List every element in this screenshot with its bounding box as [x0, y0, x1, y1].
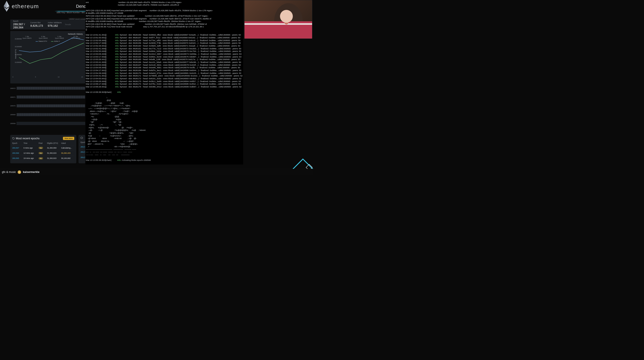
epoch-strip-grid: 269572269571269570269569269568	[10, 85, 85, 129]
epoch-link[interactable]: 269,566	[12, 152, 24, 154]
mini-tick: 0	[12, 76, 13, 78]
view-more-button[interactable]: View more	[63, 137, 74, 140]
webcam-person	[274, 3, 303, 33]
stat-label: Current Slot	[30, 22, 46, 24]
stat-epoch: Epoch 269,567 / 269,564	[13, 20, 30, 29]
epoch-link[interactable]: 269,565	[12, 157, 24, 159]
brand-logo: ethereum	[0, 0, 42, 12]
credit-gfx: gfx & music	[2, 170, 16, 174]
webcam-feed	[244, 0, 312, 39]
recent-heading-2	[80, 137, 83, 139]
brand-word: ethereum	[12, 3, 39, 10]
stat-slot: Current Slot 8,626,173	[30, 22, 48, 27]
table-row[interactable]: 269,566 12 mins ago No 31,300,815 30,260…	[12, 150, 74, 156]
stat-value: 978,162	[48, 24, 63, 27]
table-row[interactable]: 269,56	[80, 155, 83, 160]
stat-value: 269,567 / 269,564	[13, 22, 28, 29]
coin-icon	[18, 170, 21, 174]
final-badge: No	[38, 157, 43, 159]
mini-tick: 10	[58, 76, 60, 78]
epoch-row[interactable]: 269569	[10, 111, 85, 118]
col: Voted	[61, 142, 74, 144]
ethereum-icon	[3, 0, 10, 12]
history-icon	[12, 137, 15, 140]
stats-bar: Epoch 269,567 / 269,564 Current Slot 8,6…	[10, 20, 85, 30]
table-header: Epoch	[80, 140, 83, 144]
mini-tick: 5	[35, 76, 36, 78]
breadcrumb[interactable]: ublic Key / Block Number / Blo	[56, 12, 85, 14]
recent-epochs-table-2: Epoch 269,56 269,56 269,56	[78, 135, 85, 163]
table-row[interactable]: 269,56	[80, 144, 83, 150]
col: Time	[24, 142, 38, 144]
stat-pending: Pendin	[65, 24, 82, 26]
stat-value: 8,626,173	[30, 24, 46, 27]
svg-marker-1	[4, 1, 6, 8]
corner-accent	[292, 153, 314, 170]
mini-tick: 15	[81, 76, 83, 78]
epoch-row[interactable]: 269568	[10, 120, 85, 127]
col: Epoch	[12, 142, 24, 144]
recent-heading: Most recent epochs View more	[12, 137, 74, 140]
line-chart	[19, 37, 84, 67]
col: Eligible (ETH)	[47, 142, 61, 144]
table-row[interactable]: 269,567 6 mins ago No 31,300,559 Calcula…	[12, 145, 74, 150]
mini-range[interactable]: 051015	[12, 76, 84, 82]
final-badge: No	[38, 147, 43, 149]
stream-footer: gfx & music kaisermerkle	[0, 169, 314, 175]
chart-area[interactable]: Balance [ETH] 31380000 31320000 31260000…	[12, 36, 84, 74]
terminal[interactable]: ent number=19,426,585 hash=4fcd79..78390…	[86, 0, 243, 164]
stat-label: Epoch	[13, 20, 28, 22]
stat-validators: Active Validators 978,162	[48, 22, 65, 27]
recent-epochs-table: Most recent epochs View more EpochTimeFi…	[10, 135, 76, 163]
stat-label: Pendin	[65, 24, 80, 26]
epoch-row[interactable]: 269571	[10, 94, 85, 100]
credit-name: kaisermerkle	[23, 170, 40, 174]
epoch-row[interactable]: 269572	[10, 85, 85, 92]
network-history-panel: Network History Balance [ETH] 31380000 3…	[10, 31, 85, 83]
cube-icon	[80, 137, 83, 139]
chart-title: Network History	[13, 33, 83, 35]
epoch-row[interactable]: 269570	[10, 102, 85, 109]
table-row[interactable]: 269,56	[80, 150, 83, 155]
stat-label: Active Validators	[48, 22, 63, 24]
table-header: EpochTimeFinalEligible (ETH)Voted	[12, 142, 74, 145]
final-badge: No	[38, 152, 43, 154]
epoch-link[interactable]: 269,567	[12, 147, 24, 149]
col: Final	[38, 142, 47, 144]
table-row[interactable]: 269,565 19 mins ago No 31,300,815 30,100…	[12, 156, 74, 161]
